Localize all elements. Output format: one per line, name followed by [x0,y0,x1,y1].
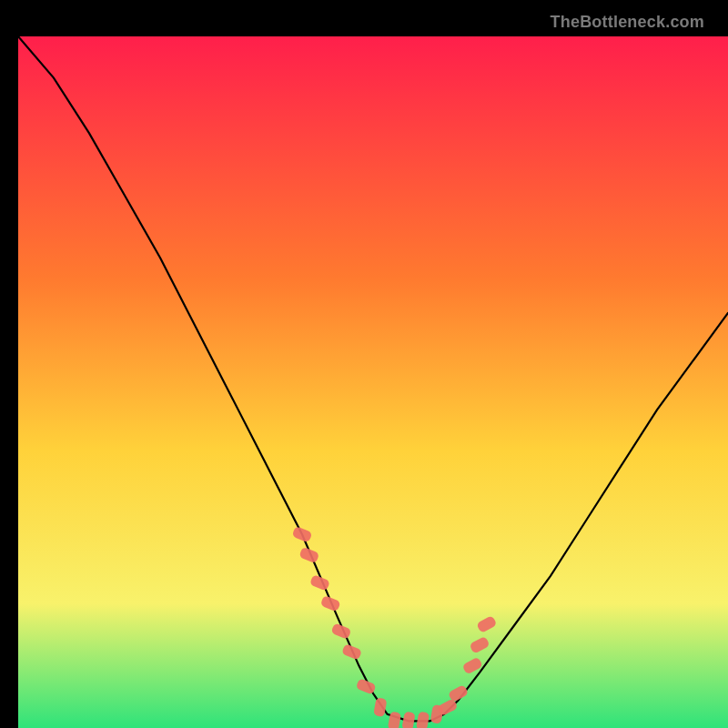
watermark-text: TheBottleneck.com [551,13,704,32]
chart-plot [18,36,728,728]
chart-frame: TheBottleneck.com [9,9,719,719]
gradient-background [18,36,728,728]
chart-svg [18,36,728,728]
